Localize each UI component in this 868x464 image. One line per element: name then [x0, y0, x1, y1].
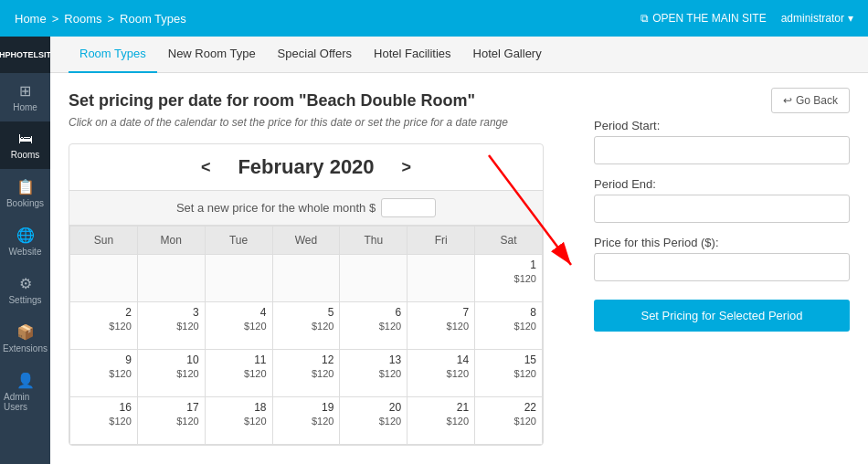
- day-price: $120: [345, 416, 401, 427]
- go-back-button[interactable]: ↩ Go Back: [771, 88, 850, 113]
- sidebar-item-rooms[interactable]: 🛏 Rooms: [0, 121, 50, 169]
- sidebar: PHP HOTEL SITE ⊞ Home 🛏 Rooms 📋 Bookings…: [0, 37, 50, 464]
- day-price: $120: [211, 321, 267, 332]
- month-price-input[interactable]: [381, 198, 436, 217]
- day-price: $120: [143, 321, 199, 332]
- nav-new-room-type[interactable]: New Room Type: [157, 37, 267, 73]
- calendar-cell[interactable]: 15$120: [475, 350, 543, 397]
- sidebar-item-settings[interactable]: ⚙ Settings: [0, 266, 50, 314]
- calendar-next-button[interactable]: >: [402, 158, 412, 177]
- day-number: 22: [524, 401, 536, 414]
- settings-icon: ⚙: [19, 275, 32, 292]
- breadcrumb-room-types: Room Types: [120, 12, 186, 26]
- admin-menu-button[interactable]: administrator ▾: [781, 12, 853, 25]
- day-number: 12: [322, 353, 333, 366]
- sidebar-item-admin-users[interactable]: 👤 Admin Users: [0, 363, 50, 421]
- day-number: 5: [328, 306, 334, 319]
- main-layout: PHP HOTEL SITE ⊞ Home 🛏 Rooms 📋 Bookings…: [0, 37, 868, 464]
- sidebar-item-home[interactable]: ⊞ Home: [0, 73, 50, 121]
- calendar-day-header: Wed: [272, 227, 340, 255]
- nav-special-offers[interactable]: Special Offers: [267, 37, 363, 73]
- day-price: $120: [481, 416, 536, 427]
- nav-hotel-facilities[interactable]: Hotel Facilities: [363, 37, 462, 73]
- rooms-icon: 🛏: [18, 131, 33, 147]
- day-price: $120: [345, 368, 401, 379]
- website-icon: 🌐: [16, 227, 35, 244]
- calendar-cell[interactable]: 10$120: [137, 350, 205, 397]
- calendar-cell[interactable]: 18$120: [205, 397, 272, 445]
- calendar-cell[interactable]: 3$120: [137, 302, 205, 350]
- period-end-group: Period End:: [594, 177, 850, 223]
- period-start-input[interactable]: [594, 136, 850, 164]
- calendar-cell[interactable]: 17$120: [137, 397, 205, 445]
- day-number: 1: [530, 258, 536, 271]
- day-price: $120: [279, 321, 334, 332]
- day-price: $120: [76, 368, 132, 379]
- calendar-cell[interactable]: 16$120: [70, 397, 138, 445]
- day-price: $120: [413, 321, 469, 332]
- day-price: $120: [345, 321, 401, 332]
- nav-hotel-gallery[interactable]: Hotel Gallery: [462, 37, 553, 73]
- calendar-cell[interactable]: 2$120: [70, 302, 138, 350]
- calendar-day-header: Sat: [475, 227, 543, 255]
- calendar-cell: [70, 255, 138, 302]
- calendar-cell[interactable]: 20$120: [340, 397, 408, 445]
- calendar-cell[interactable]: 22$120: [475, 397, 543, 445]
- calendar-cell: [408, 255, 475, 302]
- calendar-cell[interactable]: 12$120: [272, 350, 340, 397]
- day-number: 21: [457, 401, 469, 414]
- admin-icon: 👤: [16, 372, 35, 389]
- calendar-cell[interactable]: 14$120: [408, 350, 475, 397]
- external-link-icon: ⧉: [640, 12, 649, 25]
- calendar-cell[interactable]: 9$120: [70, 350, 138, 397]
- set-pricing-button[interactable]: Set Pricing for Selected Period: [594, 300, 850, 332]
- day-price: $120: [413, 368, 469, 379]
- breadcrumb-rooms[interactable]: Rooms: [64, 12, 101, 26]
- chevron-down-icon: ▾: [848, 12, 853, 25]
- bookings-icon: 📋: [16, 178, 35, 195]
- day-price: $120: [76, 416, 132, 427]
- day-price: $120: [481, 368, 536, 379]
- period-end-label: Period End:: [594, 177, 850, 191]
- day-number: 18: [254, 401, 266, 414]
- page-subtitle: Click on a date of the calendar to set t…: [69, 116, 576, 129]
- calendar-day-header: Thu: [340, 227, 408, 255]
- calendar-cell[interactable]: 5$120: [272, 302, 340, 350]
- day-price: $120: [481, 321, 536, 332]
- sidebar-item-bookings[interactable]: 📋 Bookings: [0, 169, 50, 217]
- calendar-cell[interactable]: 1$120: [475, 255, 543, 302]
- day-number: 20: [389, 401, 401, 414]
- calendar-cell[interactable]: 4$120: [205, 302, 272, 350]
- day-number: 3: [193, 306, 199, 319]
- day-price: $120: [279, 368, 334, 379]
- sidebar-item-website[interactable]: 🌐 Website: [0, 217, 50, 266]
- breadcrumb-home[interactable]: Home: [15, 12, 47, 26]
- calendar-cell[interactable]: 7$120: [408, 302, 475, 350]
- calendar-day-header: Sun: [70, 227, 138, 255]
- price-period-input[interactable]: [594, 253, 850, 281]
- calendar-prev-button[interactable]: <: [201, 158, 211, 177]
- calendar-cell: [137, 255, 205, 302]
- open-main-site-button[interactable]: ⧉ OPEN THE MAIN SITE: [640, 12, 766, 25]
- day-price: $120: [481, 273, 536, 284]
- left-panel: Set pricing per date for room "Beach Dou…: [69, 91, 576, 446]
- calendar-cell[interactable]: 13$120: [340, 350, 408, 397]
- calendar-cell[interactable]: 8$120: [475, 302, 543, 350]
- calendar-cell[interactable]: 11$120: [205, 350, 272, 397]
- day-number: 15: [524, 353, 536, 366]
- period-start-label: Period Start:: [594, 119, 850, 132]
- period-end-input[interactable]: [594, 195, 850, 223]
- day-number: 19: [322, 401, 333, 414]
- day-price: $120: [211, 416, 267, 427]
- day-price: $120: [279, 416, 334, 427]
- nav-room-types[interactable]: Room Types: [69, 37, 157, 73]
- sidebar-item-extensions[interactable]: 📦 Extensions: [0, 314, 50, 363]
- secondary-nav: Room Types New Room Type Special Offers …: [50, 37, 868, 73]
- calendar-cell[interactable]: 6$120: [340, 302, 408, 350]
- calendar-cell[interactable]: 19$120: [272, 397, 340, 445]
- day-number: 7: [462, 306, 469, 319]
- day-number: 10: [186, 353, 198, 366]
- right-panel: Period Start: Period End: Price for this…: [594, 91, 850, 446]
- calendar-cell[interactable]: 21$120: [408, 397, 475, 445]
- content-area: Room Types New Room Type Special Offers …: [50, 37, 868, 464]
